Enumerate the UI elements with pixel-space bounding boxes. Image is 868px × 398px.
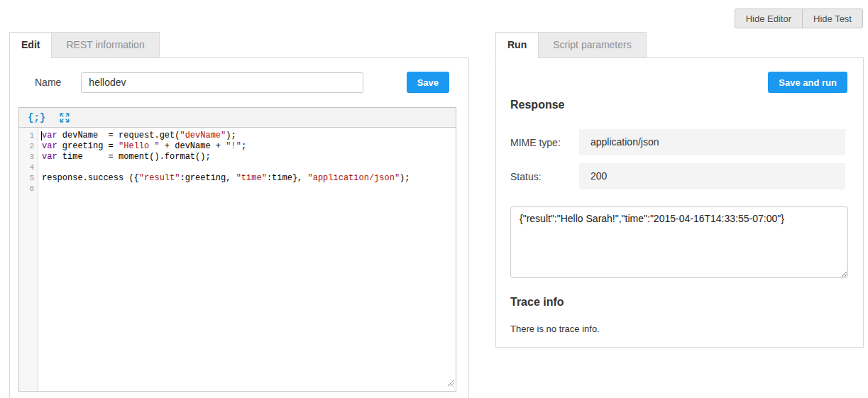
tab-run[interactable]: Run bbox=[495, 32, 539, 58]
tab-script-parameters[interactable]: Script parameters bbox=[538, 32, 646, 58]
save-button[interactable]: Save bbox=[407, 72, 449, 93]
fullscreen-icon[interactable] bbox=[60, 113, 70, 123]
hide-test-button[interactable]: Hide Test bbox=[802, 9, 863, 28]
run-actions: Save and run bbox=[496, 58, 863, 93]
script-name-row: Name Save bbox=[35, 72, 449, 93]
hide-editor-button[interactable]: Hide Editor bbox=[735, 9, 803, 28]
code-content[interactable]: var devName = request.get("devName");var… bbox=[38, 128, 456, 391]
code-editor: {;} 123456 var devName = request.get("de… bbox=[18, 107, 456, 392]
editor-resize-handle[interactable] bbox=[447, 377, 454, 389]
mime-type-row: MIME type: application/json bbox=[510, 129, 845, 155]
status-label: Status: bbox=[510, 171, 579, 182]
editor-panel-tabs: Edit REST information bbox=[9, 32, 469, 58]
mime-type-label: MIME type: bbox=[510, 137, 579, 148]
editor-panel: Edit REST information Name Save {;} bbox=[9, 32, 469, 398]
test-panel-tabs: Run Script parameters bbox=[495, 32, 864, 58]
tab-rest-information[interactable]: REST information bbox=[51, 32, 159, 58]
code-textarea[interactable]: 123456 var devName = request.get("devNam… bbox=[19, 128, 456, 391]
tab-edit[interactable]: Edit bbox=[9, 32, 52, 58]
response-heading: Response bbox=[510, 99, 863, 111]
save-and-run-button[interactable]: Save and run bbox=[768, 72, 847, 93]
name-label: Name bbox=[35, 77, 61, 88]
test-panel-body: Save and run Response MIME type: applica… bbox=[495, 57, 864, 348]
trace-empty-text: There is no trace info. bbox=[510, 324, 863, 334]
code-editor-toolbar: {;} bbox=[19, 108, 456, 128]
format-code-icon[interactable]: {;} bbox=[28, 112, 45, 123]
trace-info-heading: Trace info bbox=[510, 296, 863, 309]
status-value: 200 bbox=[579, 163, 845, 189]
mime-type-value: application/json bbox=[579, 129, 845, 155]
panel-visibility-actions: Hide Editor Hide Test bbox=[735, 9, 863, 28]
script-name-input[interactable] bbox=[81, 72, 363, 93]
test-panel: Run Script parameters Save and run Respo… bbox=[495, 32, 864, 348]
response-body-textarea[interactable]: {"result":"Hello Sarah!","time":"2015-04… bbox=[510, 206, 848, 278]
editor-panel-body: Name Save {;} 123456 var devName = req bbox=[9, 57, 469, 398]
status-row: Status: 200 bbox=[510, 163, 845, 189]
code-gutter: 123456 bbox=[19, 128, 38, 391]
